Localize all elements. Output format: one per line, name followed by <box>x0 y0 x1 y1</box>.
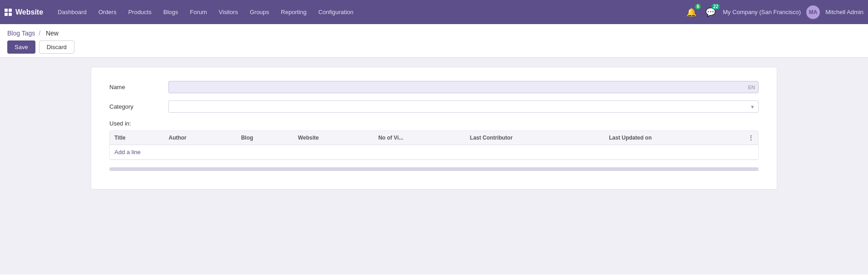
topnav: Website Dashboard Orders Products Blogs … <box>0 0 868 24</box>
user-name: Mitchell Admin <box>825 9 863 15</box>
table-header: Title Author Blog Website No of Vi... La… <box>110 131 758 145</box>
breadcrumb: Blog Tags / New <box>7 30 861 37</box>
nav-groups[interactable]: Groups <box>244 6 275 18</box>
nav-products[interactable]: Products <box>123 6 157 18</box>
column-actions-icon[interactable]: ⋮ <box>748 135 754 141</box>
nav-dashboard[interactable]: Dashboard <box>52 6 92 18</box>
category-select[interactable] <box>168 100 759 113</box>
col-title: Title <box>110 131 164 145</box>
used-in-section: Used in: Title Author Blog Website No of… <box>109 120 759 171</box>
scrollbar-thumb[interactable] <box>109 167 759 171</box>
nav-orders[interactable]: Orders <box>93 6 122 18</box>
breadcrumb-current: New <box>46 30 59 37</box>
name-label: Name <box>109 84 168 90</box>
table-wrap: Title Author Blog Website No of Vi... La… <box>109 130 759 160</box>
col-last-contributor: Last Contributor <box>465 131 604 145</box>
col-blog: Blog <box>237 131 293 145</box>
col-last-updated: Last Updated on <box>605 131 744 145</box>
nav-visitors[interactable]: Visitors <box>213 6 243 18</box>
company-name: My Company (San Francisco) <box>723 9 801 15</box>
discard-button[interactable]: Discard <box>39 40 74 54</box>
scrollbar-area[interactable] <box>109 167 759 171</box>
col-actions-header: ⋮ <box>744 131 758 145</box>
form-card: Name EN Category ▼ Used in: <box>91 67 777 190</box>
page-header: Blog Tags / New Save Discard <box>0 24 868 58</box>
message-badge: 22 <box>711 4 720 10</box>
col-website: Website <box>293 131 374 145</box>
messages-button[interactable]: 💬 22 <box>704 5 717 19</box>
page-actions: Save Discard <box>7 40 861 54</box>
col-no-of-vi: No of Vi... <box>374 131 465 145</box>
nav-blogs[interactable]: Blogs <box>158 6 184 18</box>
col-author: Author <box>164 131 236 145</box>
nav-reporting[interactable]: Reporting <box>276 6 312 18</box>
page-area: Blog Tags / New Save Discard Name EN Cat… <box>0 24 868 276</box>
main-nav: Dashboard Orders Products Blogs Forum Vi… <box>52 6 685 18</box>
app-name: Website <box>15 8 43 16</box>
form-container: Name EN Category ▼ Used in: <box>0 58 868 275</box>
breadcrumb-separator: / <box>39 30 40 37</box>
breadcrumb-parent[interactable]: Blog Tags <box>7 30 35 37</box>
avatar-initials: MA <box>809 9 818 15</box>
app-logo[interactable]: Website <box>5 8 43 16</box>
blog-posts-table: Title Author Blog Website No of Vi... La… <box>110 131 758 160</box>
add-line-link[interactable]: Add a line <box>110 145 758 159</box>
table-body: Add a line <box>110 145 758 160</box>
notifications-button[interactable]: 🔔 6 <box>685 5 698 19</box>
category-select-wrap: ▼ <box>168 100 759 113</box>
lang-badge: EN <box>748 85 755 90</box>
name-field-wrap: EN <box>168 81 759 93</box>
avatar[interactable]: MA <box>806 5 820 19</box>
used-in-label: Used in: <box>109 120 759 127</box>
category-row: Category ▼ <box>109 100 759 113</box>
category-label: Category <box>109 103 168 110</box>
save-button[interactable]: Save <box>7 40 35 54</box>
nav-configuration[interactable]: Configuration <box>313 6 359 18</box>
notification-badge: 6 <box>695 4 701 10</box>
bell-icon: 🔔 <box>686 8 696 17</box>
table-row-empty: Add a line <box>110 145 758 160</box>
grid-icon <box>5 9 12 16</box>
name-input[interactable] <box>168 81 759 93</box>
name-row: Name EN <box>109 81 759 93</box>
topnav-right: 🔔 6 💬 22 My Company (San Francisco) MA M… <box>685 5 863 19</box>
nav-forum[interactable]: Forum <box>184 6 212 18</box>
